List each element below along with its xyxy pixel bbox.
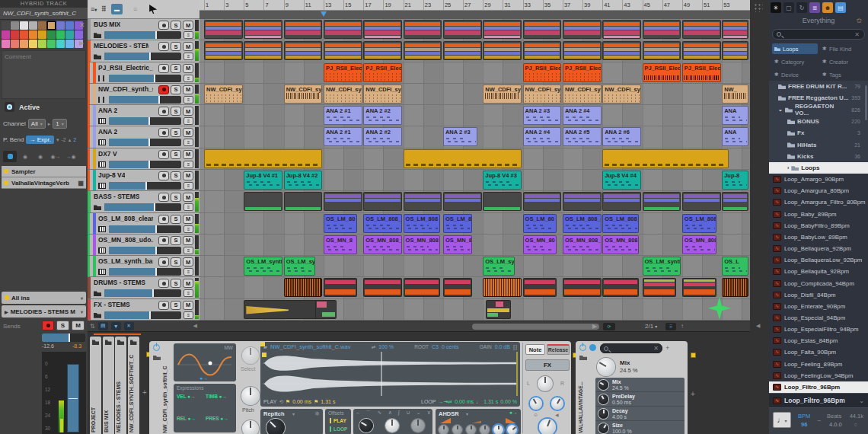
reverse-icon[interactable]: ⟲ xyxy=(279,399,282,405)
volume-slider[interactable] xyxy=(42,333,85,342)
freeze-icon[interactable]: ❄ xyxy=(314,410,320,417)
clip[interactable]: ANA 2 #4 xyxy=(523,127,562,146)
shaper-knob-2[interactable] xyxy=(385,419,399,432)
chain-tab-project[interactable]: PROJECT xyxy=(90,337,101,434)
clip[interactable] xyxy=(404,149,522,168)
pointer-tool-icon[interactable] xyxy=(149,5,157,14)
group-overview-clip[interactable] xyxy=(443,192,482,211)
track-mute-button[interactable]: M xyxy=(183,236,193,245)
ahdsr-knob-amt[interactable] xyxy=(507,425,517,434)
track-device-item[interactable]: Sampler xyxy=(2,166,86,177)
expression-rel[interactable]: REL ●→ xyxy=(177,416,206,432)
track-solo-button[interactable]: S xyxy=(171,301,181,310)
group-overview-clip[interactable] xyxy=(483,41,522,60)
favorites-star-icon[interactable]: ✩ xyxy=(856,17,862,24)
preview-sync-button[interactable]: ♩▾ xyxy=(773,412,791,428)
active-toggle[interactable] xyxy=(5,102,14,112)
clip[interactable]: PJ_RSII_Electr xyxy=(363,63,402,82)
track-record-button[interactable] xyxy=(158,171,169,180)
group-overview-clip[interactable] xyxy=(563,278,602,297)
decay-shape-icon[interactable] xyxy=(472,420,481,423)
track-mute-button[interactable]: M xyxy=(183,257,193,266)
chain-tab-melodies-stems[interactable]: MELODIES - STEMS xyxy=(115,337,126,434)
track-record-button[interactable] xyxy=(158,21,169,30)
pbend-min[interactable]: -2 xyxy=(61,137,65,142)
filter-chip-file-kind[interactable]: ✱File Kind xyxy=(820,43,866,54)
track-menu-button[interactable]: ≡ xyxy=(183,139,193,146)
track-row[interactable]: DX7 VSM≡ xyxy=(88,148,199,170)
clip[interactable]: NW_CDFI_syr xyxy=(602,85,641,104)
track-solo-button[interactable]: S xyxy=(171,85,181,94)
group-overview-clip[interactable] xyxy=(324,20,362,39)
browser-search-input[interactable]: ✕ xyxy=(772,29,865,40)
plugin-param-search[interactable]: ✕ xyxy=(600,343,662,353)
color-palette[interactable] xyxy=(2,21,83,48)
track-volume-slider[interactable] xyxy=(109,268,181,276)
loop-preview-icon[interactable]: ○ xyxy=(854,421,857,428)
tab-mod-2[interactable]: ◉ xyxy=(34,151,47,162)
track-menu-icon[interactable]: ≡▾ xyxy=(91,5,97,13)
track-menu-button[interactable]: ≡ xyxy=(183,96,193,104)
track-menu-button[interactable]: ≡ xyxy=(183,247,193,254)
expanded-chevron-icon[interactable]: ⌄ xyxy=(778,107,783,113)
track-menu-button[interactable]: ≡ xyxy=(183,182,193,190)
clip[interactable]: ANA 2 #6 xyxy=(602,127,641,146)
clip[interactable]: ANA 2 #3 xyxy=(523,106,562,125)
palette-swatch[interactable] xyxy=(11,30,19,39)
pan-knob[interactable] xyxy=(538,376,553,391)
group-overview-clip[interactable] xyxy=(443,278,472,297)
chain-tab-bus-mix[interactable]: BUS MIX xyxy=(103,337,114,434)
drum-loop-clip[interactable] xyxy=(483,278,522,297)
output-gain-knob[interactable] xyxy=(539,419,556,434)
group-overview-clip[interactable] xyxy=(284,192,323,211)
group-overview-clip[interactable] xyxy=(404,20,442,39)
clip[interactable]: OS_MN_808_ xyxy=(563,235,602,254)
track-menu-button[interactable]: ≡ xyxy=(183,289,193,297)
track-record-button[interactable] xyxy=(158,301,169,310)
track-row[interactable]: MELODIES - STEMSSM≡ xyxy=(88,40,199,62)
group-overview-clip[interactable] xyxy=(204,41,243,60)
clip[interactable]: OS_MN_8 xyxy=(443,235,472,254)
group-overview-clip[interactable] xyxy=(602,278,639,297)
track-mute-button[interactable]: M xyxy=(183,107,193,116)
play-end-value[interactable]: 1.31 s xyxy=(321,399,335,404)
env-mod-route-icon[interactable]: ●→ xyxy=(509,410,518,415)
loop-file-row[interactable]: ∿Loop_Especial_94Bpm xyxy=(769,312,868,324)
tab-mod-in[interactable]: →◉ xyxy=(64,151,78,162)
group-overview-clip[interactable] xyxy=(523,41,562,60)
track-row[interactable]: OS_LM_synth_bas...SM≡ xyxy=(88,256,199,277)
palette-swatch[interactable] xyxy=(56,30,65,39)
palette-swatch[interactable] xyxy=(47,21,56,30)
clip[interactable]: NW_CDFI_syr xyxy=(363,85,402,104)
sample-waveform[interactable] xyxy=(263,352,518,396)
track-volume-slider[interactable] xyxy=(109,117,181,125)
offset-loop-item[interactable]: LOOP xyxy=(330,426,347,432)
clip[interactable]: PJ_RSII_Electr xyxy=(643,63,681,82)
sample-file-name[interactable]: NW_CDFI_synth_softhit_C.wav xyxy=(270,343,350,350)
group-overview-clip[interactable] xyxy=(363,192,402,211)
filter-chip-category[interactable]: ✱Category xyxy=(772,56,818,67)
timeline-ruler[interactable]: 1357911131517192123252729313335373941434… xyxy=(199,0,750,11)
note-tab[interactable]: Note xyxy=(525,344,545,355)
track-solo-button[interactable]: S xyxy=(171,171,181,180)
plugin-param-row[interactable]: PreDelay0.50 ms xyxy=(595,392,685,407)
grid-view-icon[interactable]: ⠿ xyxy=(101,5,107,13)
track-row[interactable]: OS_MN_808_udo...SM≡ xyxy=(88,235,199,256)
track-solo-button[interactable]: S xyxy=(171,193,181,202)
mute-button[interactable]: M xyxy=(72,321,85,330)
attack-shape-icon[interactable] xyxy=(440,418,451,423)
group-overview-clip[interactable] xyxy=(523,278,557,297)
group-overview-clip[interactable] xyxy=(443,20,482,39)
track-record-button[interactable] xyxy=(158,257,169,266)
clip[interactable]: Jup-8 V4 #3 xyxy=(483,171,522,190)
palette-swatch[interactable] xyxy=(29,40,37,48)
loop-toggle-icon[interactable]: ⟳ xyxy=(603,323,615,330)
track-mute-button[interactable]: M xyxy=(183,64,193,73)
folder-row[interactable]: BONUS220 xyxy=(769,116,868,127)
track-mute-button[interactable]: M xyxy=(183,279,193,288)
tab-device[interactable] xyxy=(3,151,17,162)
loop-file-row[interactable]: ∿Loop_Bellaquera_92Bpm xyxy=(769,243,868,254)
pbend-up-icon[interactable]: ▴ xyxy=(69,137,72,143)
group-overview-clip[interactable] xyxy=(324,278,357,297)
palette-swatch[interactable] xyxy=(11,40,19,48)
